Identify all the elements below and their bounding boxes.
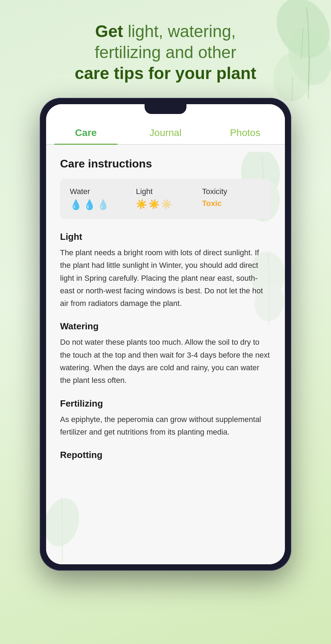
tab-care[interactable]: Care <box>46 122 126 144</box>
section-watering-body: Do not water these plants too much. Allo… <box>60 336 271 387</box>
section-fertilizing-body: As epiphyte, the peperomia can grow with… <box>60 413 271 439</box>
water-drop-1: 💧 <box>70 199 82 210</box>
header-line2: fertilizing and other <box>95 43 236 62</box>
sun-icon-1: ☀️ <box>136 199 147 210</box>
section-light-body: The plant needs a bright room with lots … <box>60 246 271 310</box>
water-drop-2: 💧 <box>83 199 96 210</box>
header-bold-get: Get <box>95 22 123 41</box>
section-repotting: Repotting <box>60 450 271 460</box>
light-label: Light <box>136 187 195 196</box>
phone-screen: Care Journal Photos <box>46 104 285 564</box>
tab-journal[interactable]: Journal <box>126 122 205 144</box>
section-fertilizing-title: Fertilizing <box>60 398 271 409</box>
phone-frame: Care Journal Photos <box>40 98 291 571</box>
toxicity-value: Toxic <box>202 199 261 208</box>
header-bold-last: care tips for your plant <box>28 63 303 84</box>
decorative-leaf-bottom-left <box>46 494 84 564</box>
phone-notch <box>145 104 186 114</box>
care-instructions-title: Care instructions <box>60 157 271 170</box>
sun-icon-2: ☀️ <box>148 199 160 210</box>
care-summary-water: Water 💧 💧 💧 <box>70 187 129 210</box>
section-repotting-title: Repotting <box>60 450 271 460</box>
water-icons: 💧 💧 💧 <box>70 199 129 210</box>
section-light-title: Light <box>60 231 271 242</box>
water-drop-3: 💧 <box>97 199 109 210</box>
phone-wrapper: Care Journal Photos <box>0 98 331 571</box>
screen-content: Care instructions Water 💧 💧 💧 L <box>46 145 285 564</box>
section-watering: Watering Do not water these plants too m… <box>60 321 271 387</box>
tab-photos[interactable]: Photos <box>205 122 285 144</box>
light-icons: ☀️ ☀️ ☀️ <box>136 199 195 210</box>
section-fertilizing: Fertilizing As epiphyte, the peperomia c… <box>60 398 271 439</box>
care-summary-toxicity: Toxicity Toxic <box>202 187 261 210</box>
water-label: Water <box>70 187 129 196</box>
sun-icon-3: ☀️ <box>161 199 172 210</box>
toxicity-label-header: Toxicity <box>202 187 261 196</box>
section-watering-title: Watering <box>60 321 271 332</box>
header-normal-line1: light, watering, <box>123 22 236 41</box>
section-light: Light The plant needs a bright room with… <box>60 231 271 310</box>
care-summary-card: Water 💧 💧 💧 Light ☀️ ☀️ ☀️ <box>60 179 271 219</box>
header-text: Get light, watering, fertilizing and oth… <box>28 21 303 84</box>
care-summary-light: Light ☀️ ☀️ ☀️ <box>136 187 195 210</box>
svg-point-10 <box>46 494 84 550</box>
header-section: Get light, watering, fertilizing and oth… <box>0 0 331 98</box>
